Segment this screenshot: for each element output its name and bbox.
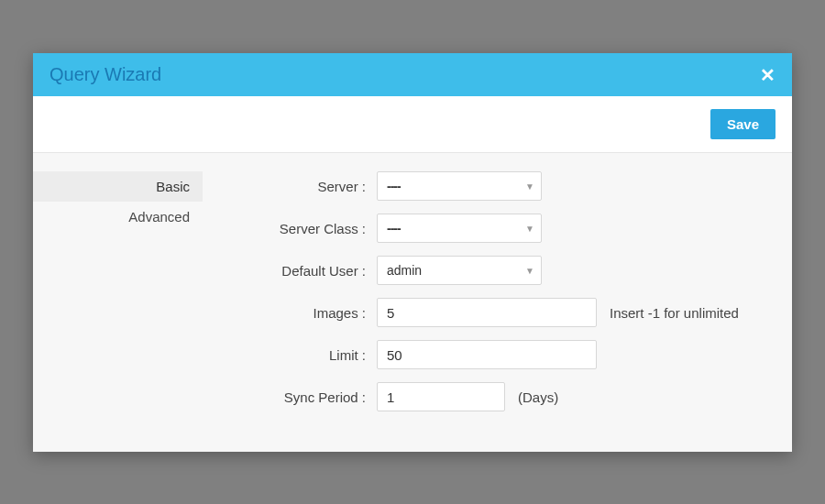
save-button[interactable]: Save [710,109,776,139]
sidebar-item-basic[interactable]: Basic [33,171,203,202]
row-default-user: Default User : admin ▼ [221,256,774,285]
label-images: Images : [221,305,377,321]
sidebar-item-advanced[interactable]: Advanced [33,202,203,232]
form-area: Server : ---- ▼ Server Class : ---- ▼ [203,171,792,452]
sync-period-input[interactable] [377,382,505,411]
row-images: Images : Insert -1 for unlimited [221,298,774,327]
label-server-class: Server Class : [221,221,377,236]
default-user-select-value: admin [387,263,422,278]
toolbar: Save [33,96,792,153]
server-class-select-value: ---- [387,221,401,236]
limit-input[interactable] [377,340,597,369]
row-sync-period: Sync Period : (Days) [221,382,774,411]
row-server: Server : ---- ▼ [221,171,774,201]
images-input[interactable] [377,298,597,327]
query-wizard-modal: Query Wizard ✕ Save Basic Advanced Serve… [33,53,792,452]
sync-period-hint: (Days) [518,389,558,405]
row-server-class: Server Class : ---- ▼ [221,214,774,243]
sidebar-item-label: Advanced [128,209,190,225]
images-hint: Insert -1 for unlimited [610,305,739,321]
modal-header: Query Wizard ✕ [33,53,792,96]
modal-body: Basic Advanced Server : ---- ▼ Server Cl… [33,153,792,452]
row-limit: Limit : [221,340,774,369]
modal-title: Query Wizard [50,64,161,85]
sidebar-item-label: Basic [156,179,190,194]
sidebar: Basic Advanced [33,171,203,452]
close-icon[interactable]: ✕ [760,66,776,84]
label-default-user: Default User : [221,263,377,279]
label-limit: Limit : [221,347,377,363]
label-sync-period: Sync Period : [221,389,377,405]
server-select-value: ---- [387,179,401,193]
default-user-select[interactable]: admin ▼ [377,256,542,285]
label-server: Server : [221,179,377,194]
server-select[interactable]: ---- ▼ [377,171,542,201]
server-class-select[interactable]: ---- ▼ [377,214,542,243]
